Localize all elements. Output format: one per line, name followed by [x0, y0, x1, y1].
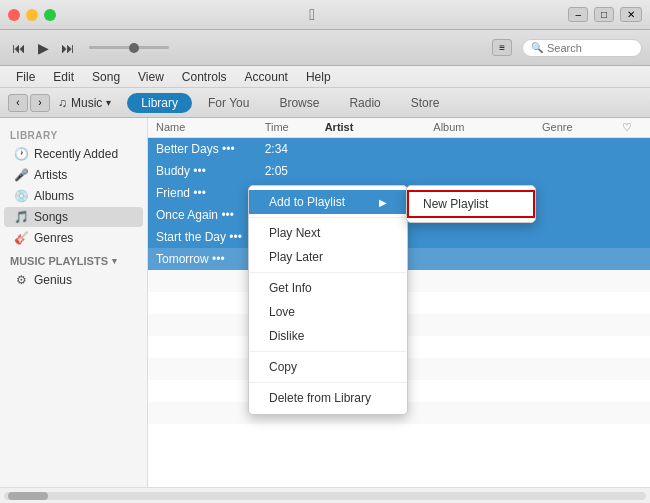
tab-bar: Library For You Browse Radio Store — [119, 89, 642, 117]
sidebar-item-label: Songs — [34, 210, 68, 224]
menu-account[interactable]: Account — [237, 68, 296, 86]
context-item-add-to-playlist[interactable]: Add to Playlist ▶ — [249, 190, 407, 214]
cell-name: Buddy ••• — [156, 164, 265, 178]
sidebar-item-label: Artists — [34, 168, 67, 182]
music-selector-label: Music — [71, 96, 102, 110]
tab-browse[interactable]: Browse — [265, 93, 333, 113]
window-right: – □ ✕ — [568, 7, 642, 22]
sidebar-item-albums[interactable]: 💿 Albums — [4, 186, 143, 206]
col-album[interactable]: Album — [433, 121, 542, 134]
library-section-label: Library — [0, 126, 147, 143]
table-header: Name Time Artist Album Genre ♡ — [148, 118, 650, 138]
tab-radio[interactable]: Radio — [335, 93, 394, 113]
bottom-bar — [0, 487, 650, 503]
col-heart[interactable]: ♡ — [622, 121, 642, 134]
forward-button[interactable]: ⏭ — [57, 38, 79, 58]
sidebar-item-label: Albums — [34, 189, 74, 203]
context-item-get-info[interactable]: Get Info — [249, 276, 407, 300]
music-note-icon: ♫ — [58, 96, 67, 110]
transport-bar: ⏮ ▶ ⏭ ≡ 🔍 — [0, 30, 650, 66]
col-artist[interactable]: Artist — [325, 121, 434, 134]
table-row[interactable]: Better Days ••• 2:34 — [148, 138, 650, 160]
context-item-dislike[interactable]: Dislike — [249, 324, 407, 348]
rewind-button[interactable]: ⏮ — [8, 38, 30, 58]
sidebar-item-label: Genres — [34, 231, 73, 245]
sidebar-item-genres[interactable]: 🎸 Genres — [4, 228, 143, 248]
menu-controls[interactable]: Controls — [174, 68, 235, 86]
artists-icon: 🎤 — [14, 168, 28, 182]
back-button[interactable]: ‹ — [8, 94, 28, 112]
tab-store[interactable]: Store — [397, 93, 454, 113]
progress-thumb — [129, 43, 139, 53]
play-button[interactable]: ▶ — [34, 38, 53, 58]
albums-icon: 💿 — [14, 189, 28, 203]
maximize-button[interactable] — [44, 9, 56, 21]
forward-nav-button[interactable]: › — [30, 94, 50, 112]
menu-song[interactable]: Song — [84, 68, 128, 86]
submenu-item-new-playlist[interactable]: New Playlist — [407, 190, 535, 218]
table-row[interactable]: Buddy ••• 2:05 — [148, 160, 650, 182]
tab-for-you[interactable]: For You — [194, 93, 263, 113]
context-divider — [249, 217, 407, 218]
submenu-arrow-icon: ▶ — [379, 197, 387, 208]
songs-icon: 🎵 — [14, 210, 28, 224]
context-divider — [249, 382, 407, 383]
list-view-button[interactable]: ≡ — [492, 39, 512, 56]
transport-controls: ⏮ ▶ ⏭ — [8, 38, 79, 58]
search-icon: 🔍 — [531, 42, 543, 53]
sidebar-item-artists[interactable]: 🎤 Artists — [4, 165, 143, 185]
music-selector[interactable]: ♫ Music ▾ — [58, 96, 111, 110]
nav-bar: ‹ › ♫ Music ▾ Library For You Browse Rad… — [0, 88, 650, 118]
apple-logo:  — [56, 6, 568, 24]
window-chrome:  – □ ✕ — [0, 0, 650, 30]
submenu: New Playlist — [406, 185, 536, 223]
cell-time: 2:34 — [265, 142, 325, 156]
cell-time: 2:05 — [265, 164, 325, 178]
progress-bar-container — [89, 46, 169, 49]
recently-added-icon: 🕐 — [14, 147, 28, 161]
music-playlists-section[interactable]: Music Playlists ▾ — [0, 249, 147, 269]
menu-bar: File Edit Song View Controls Account Hel… — [0, 66, 650, 88]
scroll-thumb — [8, 492, 48, 500]
close-corner-btn[interactable]: ✕ — [620, 7, 642, 22]
menu-view[interactable]: View — [130, 68, 172, 86]
col-name[interactable]: Name — [156, 121, 265, 134]
sidebar-item-genius[interactable]: ⚙ Genius — [4, 270, 143, 290]
col-time[interactable]: Time — [265, 121, 325, 134]
minimize-corner-btn[interactable]: – — [568, 7, 588, 22]
context-item-play-later[interactable]: Play Later — [249, 245, 407, 269]
sidebar: Library 🕐 Recently Added 🎤 Artists 💿 Alb… — [0, 118, 148, 487]
sidebar-item-label: Recently Added — [34, 147, 118, 161]
context-menu: Add to Playlist ▶ Play Next Play Later G… — [248, 185, 408, 415]
context-item-copy[interactable]: Copy — [249, 355, 407, 379]
context-item-love[interactable]: Love — [249, 300, 407, 324]
maximize-corner-btn[interactable]: □ — [594, 7, 614, 22]
search-input[interactable] — [547, 42, 637, 54]
cell-name: Better Days ••• — [156, 142, 265, 156]
menu-edit[interactable]: Edit — [45, 68, 82, 86]
search-box: 🔍 — [522, 39, 642, 57]
chevron-down-icon: ▾ — [106, 97, 111, 108]
nav-arrows: ‹ › — [8, 94, 50, 112]
context-divider — [249, 351, 407, 352]
menu-file[interactable]: File — [8, 68, 43, 86]
minimize-button[interactable] — [26, 9, 38, 21]
horizontal-scrollbar[interactable] — [4, 492, 646, 500]
sidebar-item-songs[interactable]: 🎵 Songs — [4, 207, 143, 227]
sidebar-item-label: Genius — [34, 273, 72, 287]
close-button[interactable] — [8, 9, 20, 21]
window-controls — [8, 9, 56, 21]
sidebar-item-recently-added[interactable]: 🕐 Recently Added — [4, 144, 143, 164]
col-genre[interactable]: Genre — [542, 121, 622, 134]
genres-icon: 🎸 — [14, 231, 28, 245]
progress-bar[interactable] — [89, 46, 169, 49]
genius-icon: ⚙ — [14, 273, 28, 287]
context-item-play-next[interactable]: Play Next — [249, 221, 407, 245]
sidebar-item-label: Music Playlists — [10, 255, 108, 267]
expand-arrow-icon: ▾ — [112, 256, 117, 266]
menu-help[interactable]: Help — [298, 68, 339, 86]
context-item-delete[interactable]: Delete from Library — [249, 386, 407, 410]
context-divider — [249, 272, 407, 273]
tab-library[interactable]: Library — [127, 93, 192, 113]
